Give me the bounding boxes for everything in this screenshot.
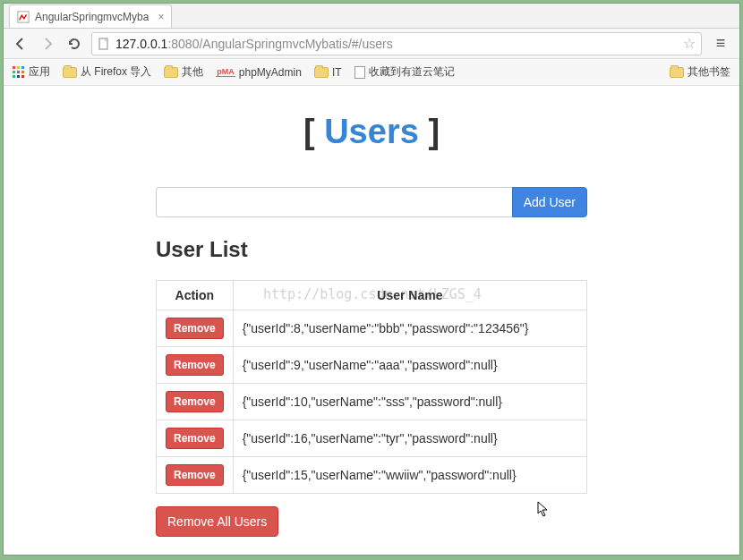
url-bar[interactable]: 127.0.0.1:8080/AngularSpringmvcMybatis/#… [91, 32, 702, 55]
bookmarks-bar: 应用 从 Firefox 导入 其他 pMA phpMyAdmin IT 收藏到… [4, 59, 739, 86]
folder-icon [314, 67, 329, 78]
table-row: Remove{"userId":16,"userName":"tyr","pas… [157, 420, 587, 457]
table-header-name: User Name [233, 281, 586, 310]
table-row: Remove{"userId":15,"userName":"wwiiw","p… [157, 457, 587, 494]
page-icon [354, 66, 365, 79]
browser-window: AngularSpringmvcMyba × 127.0.0.1:8080/An… [3, 3, 740, 556]
folder-icon [63, 67, 77, 78]
action-cell: Remove [157, 384, 234, 420]
title-bracket-right: ] [428, 113, 440, 150]
table-header-action: Action [157, 281, 234, 310]
bookmark-label: 其他书签 [687, 64, 730, 80]
bookmark-it[interactable]: IT [314, 66, 342, 79]
nav-bar: 127.0.0.1:8080/AngularSpringmvcMybatis/#… [4, 29, 739, 59]
bookmark-label: phpMyAdmin [239, 66, 302, 79]
remove-button[interactable]: Remove [166, 318, 224, 339]
add-user-input[interactable] [156, 187, 512, 217]
list-title: User List [156, 237, 587, 262]
phpmyadmin-icon: pMA [216, 67, 235, 77]
bookmark-label: 从 Firefox 导入 [81, 64, 151, 80]
bookmark-phpmyadmin[interactable]: pMA phpMyAdmin [216, 66, 302, 79]
page-icon [98, 38, 110, 50]
bookmark-firefox-import[interactable]: 从 Firefox 导入 [63, 64, 151, 80]
action-cell: Remove [157, 420, 234, 457]
url-host: 127.0.0.1 [115, 37, 167, 51]
url-path: :8080/AngularSpringmvcMybatis/#/users [167, 37, 392, 51]
menu-button[interactable]: ≡ [709, 32, 732, 55]
tab-title: AngularSpringmvcMyba [35, 11, 149, 23]
back-button[interactable] [11, 34, 30, 54]
remove-all-button[interactable]: Remove All Users [156, 506, 278, 537]
bookmark-star-icon[interactable]: ☆ [683, 35, 696, 52]
bookmark-label: IT [332, 66, 342, 79]
add-user-row: Add User [156, 187, 587, 217]
bookmark-apps[interactable]: 应用 [13, 64, 50, 80]
action-cell: Remove [157, 347, 234, 384]
user-name-cell: {"userId":15,"userName":"wwiiw","passwor… [233, 457, 586, 494]
url-text: 127.0.0.1:8080/AngularSpringmvcMybatis/#… [115, 37, 393, 51]
user-table: Action User Name Remove{"userId":8,"user… [156, 280, 587, 494]
table-row: Remove{"userId":9,"userName":"aaa","pass… [157, 347, 587, 384]
page-content: [ Users ] Add User User List http://blog… [4, 86, 739, 555]
add-user-button[interactable]: Add User [512, 187, 587, 217]
remove-button[interactable]: Remove [166, 464, 224, 486]
folder-icon [164, 67, 178, 78]
remove-button[interactable]: Remove [166, 354, 224, 376]
bookmark-other[interactable]: 其他 [164, 64, 203, 80]
remove-button[interactable]: Remove [166, 428, 224, 449]
action-cell: Remove [157, 457, 234, 494]
title-bracket-left: [ [303, 113, 315, 150]
user-name-cell: {"userId":9,"userName":"aaa","password":… [233, 347, 586, 384]
remove-button[interactable]: Remove [166, 391, 224, 412]
favicon-icon [17, 11, 30, 23]
table-row: Remove{"userId":8,"userName":"bbb","pass… [157, 310, 587, 347]
bookmark-label: 其他 [182, 64, 203, 80]
bookmark-other-bookmarks[interactable]: 其他书签 [670, 64, 730, 80]
apps-icon [13, 66, 25, 79]
browser-tab[interactable]: AngularSpringmvcMyba × [9, 4, 172, 28]
reload-button[interactable] [64, 34, 84, 54]
user-name-cell: {"userId":10,"userName":"sss","password"… [233, 384, 586, 420]
close-tab-icon[interactable]: × [158, 11, 164, 23]
bookmark-label: 收藏到有道云笔记 [369, 64, 455, 80]
bookmark-youdao[interactable]: 收藏到有道云笔记 [354, 64, 455, 80]
user-name-cell: {"userId":16,"userName":"tyr","password"… [233, 420, 586, 457]
bookmark-label: 应用 [29, 64, 50, 80]
forward-button[interactable] [38, 34, 57, 54]
tab-bar: AngularSpringmvcMyba × [4, 4, 739, 29]
page-title: [ Users ] [156, 113, 587, 151]
folder-icon [670, 67, 684, 78]
title-word: Users [324, 113, 419, 150]
user-name-cell: {"userId":8,"userName":"bbb","password":… [233, 310, 586, 347]
table-row: Remove{"userId":10,"userName":"sss","pas… [157, 384, 587, 420]
action-cell: Remove [157, 310, 234, 347]
